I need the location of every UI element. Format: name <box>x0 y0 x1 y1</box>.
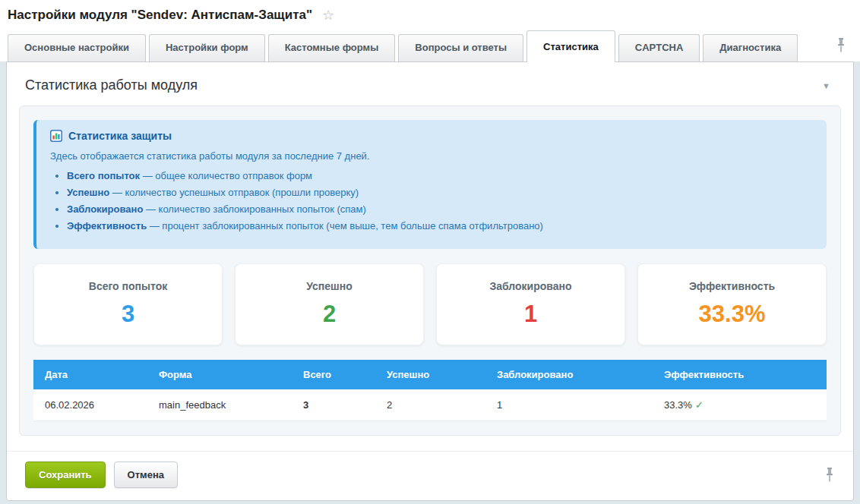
pin-footer-icon[interactable] <box>824 467 835 484</box>
title-row: Настройки модуля "Sendev: Антиспам-Защит… <box>0 0 860 29</box>
tab-statistics[interactable]: Статистика <box>526 30 615 62</box>
header-success: Успешно <box>375 360 485 389</box>
cell-efficiency: 33.3%✓ <box>653 389 827 421</box>
card-label: Всего попыток <box>42 280 214 292</box>
collapse-arrow-icon[interactable]: ▼ <box>822 81 835 90</box>
card-label: Заблокировано <box>444 280 617 292</box>
card-total-attempts: Всего попыток 3 <box>33 263 223 345</box>
table-row: 06.02.2026 main_feedback 3 2 1 33.3%✓ <box>33 389 827 421</box>
save-button[interactable]: Сохранить <box>25 461 106 488</box>
bullet-total: Всего попыток — общее количество отправо… <box>67 170 813 181</box>
cell-success: 2 <box>375 389 485 421</box>
cell-form: main_feedback <box>147 389 292 421</box>
section-title: Статистика работы модуля <box>25 77 198 93</box>
header-efficiency: Эффективность <box>653 360 827 389</box>
tab-custom-forms[interactable]: Кастомные формы <box>268 34 396 61</box>
check-icon: ✓ <box>695 399 703 411</box>
cancel-button[interactable]: Отмена <box>114 461 178 488</box>
card-efficiency: Эффективность 33.3% <box>637 263 827 345</box>
top-bar: Настройки модуля "Sendev: Антиспам-Защит… <box>0 0 860 61</box>
header-total: Всего <box>292 360 375 389</box>
card-value-efficiency: 33.3% <box>646 302 818 326</box>
info-box: Статистика защиты Здесь отображается ста… <box>33 120 827 249</box>
cell-total: 3 <box>292 389 375 421</box>
favorite-star-icon[interactable]: ☆ <box>322 8 334 22</box>
settings-form: Статистика работы модуля ▼ Статистика за… <box>6 61 854 501</box>
section-header[interactable]: Статистика работы модуля ▼ <box>19 71 841 106</box>
tab-diagnostics[interactable]: Диагностика <box>703 34 798 61</box>
table-header-row: Дата Форма Всего Успешно Заблокировано Э… <box>33 360 827 389</box>
cell-date: 06.02.2026 <box>33 389 147 421</box>
bullet-blocked: Заблокировано — количество заблокированн… <box>67 203 813 215</box>
card-label: Эффективность <box>646 280 818 292</box>
stat-cards-row: Всего попыток 3 Успешно 2 Заблокировано … <box>33 263 827 345</box>
tab-faq[interactable]: Вопросы и ответы <box>398 34 523 61</box>
bullet-efficiency: Эффективность — процент заблокированных … <box>67 220 813 232</box>
header-date: Дата <box>33 360 147 389</box>
tabs-bar: Основные настройки Настройки форм Кастом… <box>0 29 860 61</box>
header-blocked: Заблокировано <box>485 360 653 389</box>
cell-blocked: 1 <box>485 389 653 421</box>
form-body: Статистика работы модуля ▼ Статистика за… <box>7 62 853 451</box>
pin-tabs-icon[interactable] <box>836 37 852 54</box>
card-blocked: Заблокировано 1 <box>436 263 625 345</box>
card-success: Успешно 2 <box>235 263 424 345</box>
card-value-success: 2 <box>243 302 416 326</box>
form-footer: Сохранить Отмена <box>7 451 853 500</box>
info-bullet-list: Всего попыток — общее количество отправо… <box>50 170 813 232</box>
card-label: Успешно <box>243 280 416 292</box>
header-form: Форма <box>147 360 292 389</box>
tab-form-settings[interactable]: Настройки форм <box>149 34 265 61</box>
tab-captcha[interactable]: CAPTCHA <box>618 34 700 61</box>
card-value-blocked: 1 <box>444 302 617 326</box>
statistics-panel: Статистика защиты Здесь отображается ста… <box>19 106 841 436</box>
statistics-table: Дата Форма Всего Успешно Заблокировано Э… <box>33 360 827 421</box>
card-value-total: 3 <box>42 302 214 326</box>
bar-chart-icon <box>50 130 62 142</box>
bullet-success: Успешно — количество успешных отправок (… <box>67 187 813 198</box>
page-title: Настройки модуля "Sendev: Антиспам-Защит… <box>8 8 312 23</box>
tab-main-settings[interactable]: Основные настройки <box>8 34 146 61</box>
info-box-description: Здесь отображается статистика работы мод… <box>50 150 813 162</box>
info-box-title: Статистика защиты <box>68 130 172 142</box>
